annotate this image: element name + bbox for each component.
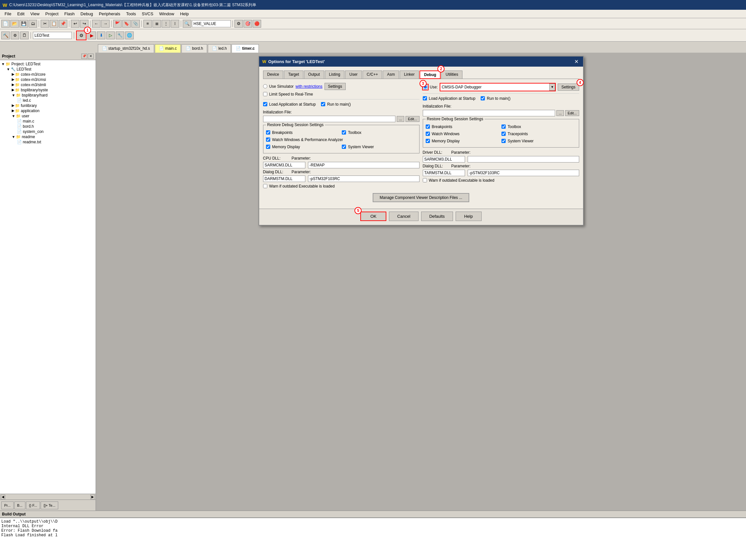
menu-view[interactable]: View <box>28 11 42 17</box>
layers-btn[interactable]: 🗒 <box>20 32 29 39</box>
tree-item-readme[interactable]: ▼ 📁 readme <box>1 134 94 140</box>
step-btn[interactable]: ▷ <box>106 32 115 39</box>
expand-icon-core[interactable]: ▶ <box>12 72 14 77</box>
align4-btn[interactable]: ⁞ <box>171 20 179 28</box>
tab-timer[interactable]: 📄 timer.c <box>232 44 259 53</box>
expand-icon-hard[interactable]: ▼ <box>12 93 15 97</box>
target-btn[interactable]: 🎯 <box>243 20 252 28</box>
tab-main[interactable]: 📄 main.c <box>155 44 181 53</box>
dialog-tab-utilities[interactable]: Utilities <box>441 70 462 79</box>
align1-btn[interactable]: ≡ <box>143 20 152 28</box>
manage-component-btn[interactable]: Manage Component Viewer Description File… <box>373 193 469 202</box>
right-sysview-check[interactable] <box>501 139 506 143</box>
dialog-tab-asm[interactable]: Asm <box>383 70 399 79</box>
cancel-button[interactable]: Cancel <box>389 212 418 221</box>
dialog-close-btn[interactable]: ✕ <box>573 59 580 65</box>
right-driver-dll-param-input[interactable] <box>468 156 579 163</box>
tree-item-syste[interactable]: ▶ 📁 bsplibrary/syste <box>1 87 94 93</box>
tree-item-ledc[interactable]: 📄 led.c <box>1 98 94 103</box>
tree-item-ledtest[interactable]: ▼ 🔧 LEDTest <box>1 67 94 72</box>
menu-peripherals[interactable]: Peripherals <box>96 11 123 17</box>
right-init-input[interactable] <box>423 110 555 116</box>
left-mem-check[interactable] <box>266 145 270 149</box>
forward-btn[interactable]: → <box>101 20 110 28</box>
menu-file[interactable]: File <box>2 11 14 17</box>
bookmark2-btn[interactable]: 🔖 <box>122 20 131 28</box>
search-icon-btn[interactable]: 🔍 <box>183 20 191 28</box>
save-all-btn[interactable]: 🗂 <box>29 20 37 28</box>
undo-btn[interactable]: ↩ <box>71 20 79 28</box>
left-cpu-dll-param-input[interactable] <box>308 162 420 168</box>
left-sysview-check[interactable] <box>342 145 346 149</box>
left-browse-btn[interactable]: ... <box>397 116 404 122</box>
menu-edit[interactable]: Edit <box>15 11 27 17</box>
expand-icon-cmsi[interactable]: ▶ <box>12 77 14 82</box>
menu-svcs[interactable]: SVCS <box>139 11 156 17</box>
align3-btn[interactable]: ⋮ <box>162 20 170 28</box>
expand-icon-user[interactable]: ▼ <box>12 114 15 118</box>
right-dialog-dll-param-input[interactable] <box>468 170 579 176</box>
menu-project[interactable]: Project <box>42 11 61 17</box>
right-dialog-dll-input[interactable] <box>423 170 465 176</box>
tab-bord[interactable]: 📄 bord.h <box>181 44 207 53</box>
copy-btn[interactable]: 📋 <box>50 20 58 28</box>
right-bp-check[interactable] <box>426 124 430 129</box>
simulator-settings-btn[interactable]: Settings <box>324 83 346 90</box>
tree-item-core[interactable]: ▶ 📁 cotex-m3/core <box>1 72 94 77</box>
limit-speed-check[interactable] <box>263 92 267 96</box>
menu-window[interactable]: Window <box>156 11 177 17</box>
download-btn[interactable]: ⬇ <box>97 32 105 39</box>
sidebar-pin-btn[interactable]: 📌 <box>81 54 87 59</box>
back-btn[interactable]: ← <box>92 20 101 28</box>
scroll-right-btn[interactable]: ▶ <box>90 495 95 499</box>
left-watch-check[interactable] <box>266 138 270 142</box>
right-mem-check[interactable] <box>426 139 430 143</box>
left-warn-check[interactable] <box>263 184 267 188</box>
paste-btn[interactable]: 📌 <box>59 20 67 28</box>
debugger-combo[interactable] <box>440 84 549 91</box>
expand-icon-readme[interactable]: ▼ <box>12 135 15 139</box>
expand-icon-fun[interactable]: ▶ <box>12 104 14 108</box>
dialog-tab-device[interactable]: Device <box>263 70 284 79</box>
debugger-combo-arrow[interactable]: ▼ <box>549 84 555 91</box>
left-bp-check[interactable] <box>266 130 270 135</box>
right-run-main-check[interactable] <box>481 96 485 100</box>
expand-icon-app[interactable]: ▶ <box>12 109 14 113</box>
bookmark3-btn[interactable]: 📎 <box>132 20 140 28</box>
expand-icon-project[interactable]: ▼ <box>1 62 5 66</box>
expand-icon-syste[interactable]: ▶ <box>12 88 14 92</box>
dialog-tab-cpp[interactable]: C/C++ <box>363 70 382 79</box>
expand-icon-stmli[interactable]: ▶ <box>12 83 14 87</box>
hse-value-input[interactable] <box>192 20 231 27</box>
save-btn[interactable]: 💾 <box>20 20 28 28</box>
build-all-btn[interactable]: 🔨 <box>1 32 10 39</box>
left-edit-btn[interactable]: Edit... <box>405 116 419 122</box>
right-load-app-check[interactable] <box>423 96 427 100</box>
env-btn[interactable]: 🌐 <box>125 32 134 39</box>
menu-tools[interactable]: Tools <box>123 11 139 17</box>
right-edit-btn[interactable]: Edit... <box>565 110 579 116</box>
dialog-tab-target[interactable]: Target <box>284 70 303 79</box>
left-dialog-dll-param-input[interactable] <box>308 176 420 182</box>
ok-button[interactable]: OK <box>360 212 386 221</box>
sidebar-tab-templates[interactable]: []+ Te... <box>41 501 58 509</box>
open-btn[interactable]: 📂 <box>10 20 19 28</box>
left-dialog-dll-input[interactable] <box>263 176 305 182</box>
tab-led[interactable]: 📄 led.h <box>208 44 231 53</box>
dialog-tab-debug[interactable]: Debug 2 <box>420 70 441 79</box>
sidebar-tab-functions[interactable]: {} F... <box>26 501 40 509</box>
right-watch-check[interactable] <box>426 131 430 136</box>
menu-flash[interactable]: Flash <box>62 11 77 17</box>
tab-startup[interactable]: 📄 startup_stm32f10x_hd.s <box>98 44 154 53</box>
dialog-tab-listing[interactable]: Listing <box>325 70 345 79</box>
dialog-tab-output[interactable]: Output <box>304 70 324 79</box>
left-toolbox-check[interactable] <box>342 130 346 135</box>
left-load-app-check[interactable] <box>263 102 267 106</box>
refresh-icon[interactable]: 🔴 <box>253 20 261 28</box>
tree-item-project[interactable]: ▼ 📁 Project: LEDTest <box>1 61 94 67</box>
scroll-left-btn[interactable]: ◀ <box>1 495 5 499</box>
tree-item-sysconf[interactable]: 📄 system_con <box>1 129 94 134</box>
right-settings-btn[interactable]: Settings <box>558 84 579 91</box>
tree-item-fun[interactable]: ▶ 📁 funlibrary <box>1 103 94 108</box>
chip-btn[interactable]: 🔧 <box>116 32 124 39</box>
